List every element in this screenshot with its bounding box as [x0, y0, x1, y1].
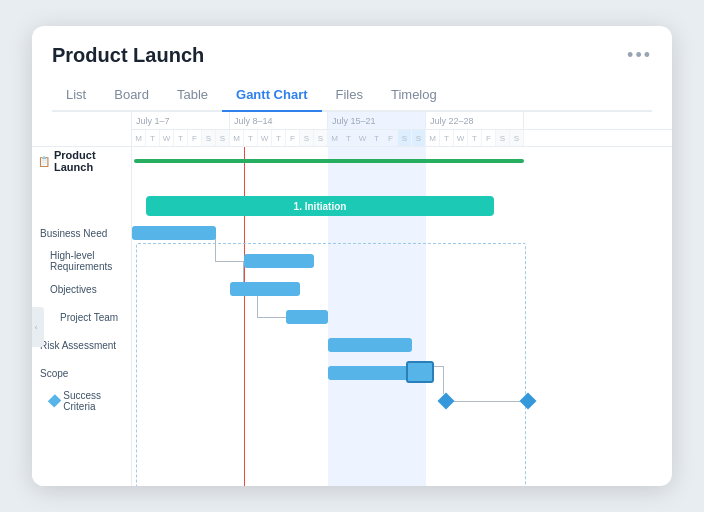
days-row: M T W T F S S M T W T F S S M T W [132, 130, 672, 146]
tab-bar: List Board Table Gantt Chart Files Timel… [52, 79, 652, 112]
day-cell: F [286, 130, 300, 146]
connector-line-h [257, 317, 287, 318]
app-window: Product Launch ••• List Board Table Gant… [32, 26, 672, 486]
bar-row-product-launch [132, 147, 672, 175]
gantt-header: July 1–7 July 8–14 July 15–21 July 22–28… [32, 112, 672, 147]
gantt-container: July 1–7 July 8–14 July 15–21 July 22–28… [32, 112, 672, 486]
day-cell: F [384, 130, 398, 146]
tab-board[interactable]: Board [100, 79, 163, 110]
day-cell: T [440, 130, 454, 146]
gantt-chart-area: 1. Initiation [132, 147, 672, 486]
day-cell: T [146, 130, 160, 146]
selection-box [136, 243, 526, 486]
day-cell: M [132, 130, 146, 146]
day-cell: S [216, 130, 230, 146]
gantt-body: ‹ 📋 Product Launch Business Need High-le… [32, 147, 672, 486]
day-cell: S [314, 130, 328, 146]
bar-initiation: 1. Initiation [146, 196, 494, 216]
connector-v [443, 366, 444, 394]
day-cell: T [174, 130, 188, 146]
project-title: Product Launch [52, 44, 204, 67]
day-cell: T [468, 130, 482, 146]
bar-project-team [286, 310, 328, 324]
task-label-product-launch: 📋 Product Launch [32, 147, 131, 175]
bar-scope [328, 366, 412, 380]
task-icon: 📋 [38, 156, 50, 167]
day-cell: W [454, 130, 468, 146]
tab-list[interactable]: List [52, 79, 100, 110]
month-july15-21: July 15–21 [328, 112, 426, 129]
task-label-project-team: Project Team [32, 303, 131, 331]
collapse-button[interactable]: ‹ [32, 307, 44, 347]
title-row: Product Launch ••• [52, 44, 652, 67]
gantt-left-header [32, 112, 132, 146]
day-cell: M [426, 130, 440, 146]
day-cell: S [510, 130, 524, 146]
gantt-task-labels: ‹ 📋 Product Launch Business Need High-le… [32, 147, 132, 486]
day-cell: T [244, 130, 258, 146]
day-cell: S [398, 130, 412, 146]
more-options-button[interactable]: ••• [627, 45, 652, 66]
day-cell: W [356, 130, 370, 146]
day-cell: T [272, 130, 286, 146]
gantt-right-header: July 1–7 July 8–14 July 15–21 July 22–28… [132, 112, 672, 146]
connector-line-h [215, 261, 245, 262]
bar-scope-active[interactable] [406, 361, 434, 383]
day-cell: S [202, 130, 216, 146]
day-cell: W [160, 130, 174, 146]
task-label-text: Product Launch [54, 149, 131, 173]
header: Product Launch ••• List Board Table Gant… [32, 26, 672, 112]
day-cell: S [412, 130, 426, 146]
month-july1-7: July 1–7 [132, 112, 230, 129]
task-label-scope: Scope [32, 359, 131, 387]
task-label-objectives: Objectives [32, 275, 131, 303]
month-july8-14: July 8–14 [230, 112, 328, 129]
task-label-risk-assessment: Risk Assessment [32, 331, 131, 359]
bar-product-launch [134, 159, 524, 163]
month-july22-28: July 22–28 [426, 112, 524, 129]
bar-business-need [132, 226, 216, 240]
connector-line-milestone [446, 401, 528, 402]
tab-files[interactable]: Files [322, 79, 377, 110]
bar-initiation-label: 1. Initiation [294, 201, 347, 212]
task-label-business-need: Business Need [32, 219, 131, 247]
day-cell: M [230, 130, 244, 146]
bar-row-initiation: 1. Initiation [132, 193, 672, 219]
day-cell: F [482, 130, 496, 146]
task-label-success-criteria: Success Criteria [32, 387, 131, 415]
day-cell: W [258, 130, 272, 146]
bar-objectives [230, 282, 300, 296]
bar-risk-assessment [328, 338, 412, 352]
month-row: July 1–7 July 8–14 July 15–21 July 22–28 [132, 112, 672, 130]
tab-timelog[interactable]: Timelog [377, 79, 451, 110]
tab-table[interactable]: Table [163, 79, 222, 110]
day-cell: M [328, 130, 342, 146]
task-label-high-level: High-level Requirements [32, 247, 131, 275]
day-cell: T [342, 130, 356, 146]
day-cell: S [496, 130, 510, 146]
tab-gantt-chart[interactable]: Gantt Chart [222, 79, 322, 110]
day-cell: S [300, 130, 314, 146]
day-cell: F [188, 130, 202, 146]
bar-high-level [244, 254, 314, 268]
day-cell: T [370, 130, 384, 146]
